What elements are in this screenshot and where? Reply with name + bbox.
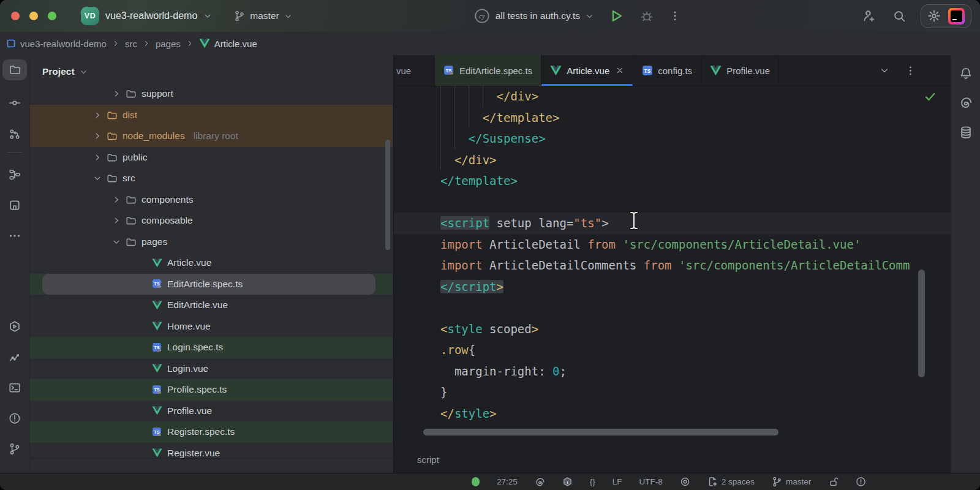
search-everywhere-button[interactable] <box>893 10 906 23</box>
tree-row-Login.vue[interactable]: Login.vue <box>30 358 393 380</box>
breadcrumb-item[interactable]: Article.vue <box>199 39 257 49</box>
code-with-me-button[interactable] <box>862 9 876 23</box>
gear-icon[interactable] <box>927 9 941 23</box>
tree-row-Login.spec.ts[interactable]: TSLogin.spec.ts <box>30 337 393 358</box>
tree-row-node_modules[interactable]: node_moduleslibrary root <box>30 126 393 147</box>
tool-button-profiler[interactable] <box>2 347 27 368</box>
project-panel-header[interactable]: Project <box>30 55 393 81</box>
tool-button-terminal[interactable] <box>2 377 27 398</box>
tree-row-Register.vue[interactable]: Register.vue <box>30 443 393 459</box>
chevron-right-icon[interactable] <box>112 195 121 204</box>
statusbar-line-separator[interactable]: LF <box>608 477 627 486</box>
tree-row-EditArticle.spec.ts[interactable]: TSEditArticle.spec.ts <box>30 274 393 295</box>
breadcrumb-item[interactable]: vue3-realworld-demo <box>6 39 107 49</box>
ai-assistant-button[interactable] <box>957 94 974 111</box>
statusbar-encoding[interactable]: UTF-8 <box>635 477 668 486</box>
chevron-right-icon[interactable] <box>93 153 102 162</box>
tree-row-EditArticle.vue[interactable]: EditArticle.vue <box>30 295 393 316</box>
code-line[interactable]: <style scoped> <box>394 318 951 340</box>
code-line[interactable]: import ArticleDetail from 'src/component… <box>394 234 951 255</box>
statusbar-git-branch[interactable]: master <box>767 477 816 487</box>
tab-partial[interactable]: vue <box>394 55 435 86</box>
minimize-window-button[interactable] <box>29 12 38 20</box>
notifications-button[interactable] <box>957 65 974 82</box>
code-line[interactable]: </Suspense> <box>394 128 951 149</box>
branch-widget[interactable]: master <box>234 10 292 21</box>
breadcrumb-script[interactable]: script <box>417 454 439 465</box>
statusbar-status-dot[interactable] <box>467 477 484 486</box>
tree-row-support[interactable]: support <box>30 83 393 105</box>
code-editor[interactable]: </div> </template> </Suspense> </div></t… <box>394 86 951 446</box>
close-tab-icon[interactable] <box>616 66 624 75</box>
editor-breadcrumbs[interactable]: script <box>394 446 951 473</box>
tab-config.ts[interactable]: TSconfig.ts <box>633 55 701 86</box>
statusbar-caret-position[interactable]: 27:25 <box>492 477 522 486</box>
tree-row-Home.vue[interactable]: Home.vue <box>30 316 393 337</box>
chevron-right-icon[interactable] <box>112 89 121 98</box>
chevron-down-icon[interactable] <box>112 238 121 246</box>
tab-Profile.vue[interactable]: Profile.vue <box>701 55 779 86</box>
tool-button-more[interactable] <box>2 225 27 246</box>
code-line[interactable]: margin-right: 0; <box>394 361 951 382</box>
tree-row-Article.vue[interactable]: Article.vue <box>30 252 393 274</box>
tool-button-git[interactable] <box>2 439 27 459</box>
tree-row-composable[interactable]: composable <box>30 210 393 232</box>
inspections-ok-icon[interactable] <box>924 91 937 103</box>
statusbar-hexagon-service[interactable] <box>557 477 578 487</box>
breadcrumb-item[interactable]: pages <box>156 39 181 49</box>
breadcrumb-item[interactable]: src <box>125 39 137 49</box>
tree-row-Register.spec.ts[interactable]: TSRegister.spec.ts <box>30 421 393 443</box>
project-widget[interactable]: VD vue3-realworld-demo <box>78 4 218 28</box>
tree-row-components[interactable]: components <box>30 189 393 211</box>
code-line[interactable]: </style> <box>394 403 951 424</box>
tool-button-bookmarks[interactable] <box>2 195 27 216</box>
code-line[interactable]: import ArticleDetailComments from 'src/c… <box>394 255 951 276</box>
debug-button[interactable] <box>640 9 654 23</box>
statusbar-indent-config[interactable]: 2 spaces <box>703 477 760 487</box>
tree-row-Profile.spec.ts[interactable]: TSProfile.spec.ts <box>30 379 393 401</box>
chevron-right-icon[interactable] <box>93 132 102 140</box>
tree-row-src[interactable]: src <box>30 168 393 189</box>
code-line[interactable]: </template> <box>394 107 951 129</box>
ide-badge[interactable] <box>948 8 965 24</box>
database-button[interactable] <box>957 124 974 141</box>
code-line[interactable]: </template> <box>394 170 951 192</box>
chevron-right-icon[interactable] <box>112 216 121 225</box>
code-line[interactable]: </script> <box>394 276 951 298</box>
zoom-window-button[interactable] <box>48 12 56 20</box>
tool-button-project[interactable] <box>2 59 27 80</box>
tree-row-dist[interactable]: dist <box>30 105 393 126</box>
tree-row-Profile.vue[interactable]: Profile.vue <box>30 401 393 422</box>
more-actions-button[interactable] <box>669 10 680 21</box>
statusbar-inspections[interactable] <box>851 477 871 487</box>
code-line[interactable]: .row{ <box>394 339 951 361</box>
tool-button-services[interactable] <box>2 316 27 337</box>
tab-list-dropdown-icon[interactable] <box>880 66 889 75</box>
statusbar-lock[interactable] <box>823 477 843 487</box>
tool-button-problems[interactable] <box>2 408 27 429</box>
tree-row-pages[interactable]: pages <box>30 232 393 253</box>
tool-button-commit[interactable] <box>2 92 27 113</box>
code-line[interactable]: </div> <box>394 149 951 171</box>
chevron-right-icon[interactable] <box>93 111 102 119</box>
code-line[interactable] <box>394 192 951 213</box>
project-tree-scrollbar[interactable] <box>385 140 390 250</box>
code-line[interactable]: <script setup lang="ts"> <box>394 213 951 234</box>
tree-row-public[interactable]: public <box>30 147 393 168</box>
run-button[interactable] <box>609 9 624 23</box>
close-window-button[interactable] <box>11 12 20 20</box>
chevron-down-icon[interactable] <box>93 174 102 183</box>
tool-button-structure[interactable] <box>2 164 27 185</box>
tab-Article.vue[interactable]: Article.vue <box>541 55 633 86</box>
tab-options-icon[interactable] <box>905 66 916 76</box>
editor-horizontal-scrollbar[interactable] <box>423 429 778 435</box>
run-configuration[interactable]: cy all tests in auth.cy.ts <box>474 8 594 24</box>
statusbar-ai-assistant[interactable] <box>530 477 550 487</box>
tool-button-vcs[interactable] <box>2 124 27 145</box>
editor-vertical-scrollbar[interactable] <box>918 270 925 377</box>
code-line[interactable]: } <box>394 382 951 403</box>
tab-EditArticle.spec.ts[interactable]: TSEditArticle.spec.ts <box>435 55 541 86</box>
statusbar-reader-mode[interactable] <box>675 477 695 487</box>
code-line[interactable] <box>394 297 951 318</box>
code-line[interactable]: </div> <box>394 86 951 107</box>
